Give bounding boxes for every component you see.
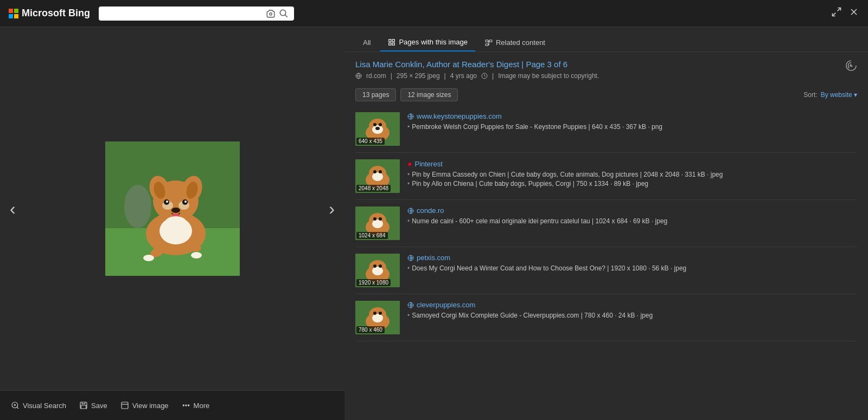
visual-search-icon-btn[interactable] bbox=[266, 9, 276, 18]
related-icon bbox=[485, 39, 493, 47]
table-row: 2048 x 2048 ● Pinterest • Pin by Emma Ca… bbox=[355, 153, 857, 200]
svg-point-33 bbox=[183, 405, 184, 406]
svg-point-35 bbox=[188, 405, 189, 406]
tab-pages[interactable]: Pages with this image bbox=[380, 34, 475, 51]
thumb-size-1: 640 x 435 bbox=[356, 138, 385, 145]
result-info-4: petxis.com • Does My Corgi Need a Winter… bbox=[407, 254, 857, 274]
svg-point-27 bbox=[143, 255, 154, 261]
bottom-bar: Visual Search Save View image bbox=[0, 390, 344, 420]
pages-filter-btn[interactable]: 13 pages bbox=[355, 88, 396, 101]
result-thumb-2: 2048 x 2048 bbox=[355, 159, 400, 193]
thumb-size-5: 780 x 460 bbox=[356, 326, 385, 333]
results-list: 640 x 435 www.keystonepuppies.com • Pemb… bbox=[344, 106, 868, 341]
svg-rect-38 bbox=[389, 43, 391, 45]
tabs-bar: All Pages with this image Relate bbox=[344, 27, 868, 52]
view-image-label: View image bbox=[132, 402, 169, 410]
svg-point-55 bbox=[375, 127, 380, 130]
bing-logo: Microsoft Bing bbox=[9, 8, 90, 19]
close-icon[interactable] bbox=[848, 7, 859, 20]
prev-arrow[interactable]: ‹ bbox=[5, 195, 20, 223]
result-domain-2[interactable]: ● Pinterest bbox=[407, 159, 857, 168]
visual-search-label: Visual Search bbox=[23, 402, 66, 410]
filter-row: 13 pages 12 image sizes Sort: By website… bbox=[344, 84, 868, 106]
svg-rect-42 bbox=[486, 43, 488, 46]
sort-label: Sort: bbox=[803, 91, 817, 99]
result-link-2a: • Pin by Emma Cassedy on Chien | Cute ba… bbox=[407, 171, 857, 178]
result-domain-3[interactable]: conde.ro bbox=[407, 206, 857, 215]
right-panel: All Pages with this image Relate bbox=[344, 27, 868, 420]
globe-meta-icon bbox=[355, 73, 362, 79]
svg-point-9 bbox=[124, 185, 151, 228]
result-info-1: www.keystonepuppies.com • Pembroke Welsh… bbox=[407, 112, 857, 132]
save-btn[interactable]: Save bbox=[79, 401, 107, 410]
sort-dropdown[interactable]: By website ▾ bbox=[821, 91, 857, 99]
svg-point-21 bbox=[166, 201, 168, 203]
tab-all[interactable]: All bbox=[355, 34, 378, 51]
svg-rect-37 bbox=[393, 39, 395, 41]
svg-point-62 bbox=[373, 170, 376, 173]
svg-point-34 bbox=[186, 405, 187, 406]
tab-related[interactable]: Related content bbox=[477, 34, 553, 51]
svg-rect-39 bbox=[393, 43, 395, 45]
svg-point-68 bbox=[373, 217, 376, 221]
table-row: 640 x 435 www.keystonepuppies.com • Pemb… bbox=[355, 106, 857, 153]
svg-point-63 bbox=[379, 170, 382, 173]
globe-icon-4 bbox=[407, 255, 414, 261]
result-domain-1[interactable]: www.keystonepuppies.com bbox=[407, 112, 857, 120]
result-meta: rd.com | 295 × 295 jpeg | 4 yrs ago | Im… bbox=[355, 72, 599, 80]
view-image-btn[interactable]: View image bbox=[120, 401, 169, 410]
svg-point-22 bbox=[184, 201, 187, 203]
next-arrow[interactable]: › bbox=[324, 195, 339, 223]
svg-rect-41 bbox=[489, 40, 492, 42]
result-age: 4 yrs ago bbox=[450, 72, 477, 80]
svg-point-29 bbox=[165, 216, 187, 229]
sort-row: Sort: By website ▾ bbox=[803, 91, 857, 99]
main-image bbox=[105, 141, 240, 276]
left-panel: ‹ bbox=[0, 27, 344, 420]
svg-point-23 bbox=[171, 208, 180, 213]
table-row: 780 x 460 cleverpuppies.com • Samoyed Co… bbox=[355, 294, 857, 341]
result-link-5: • Samoyed Corgi Mix Complete Guide - Cle… bbox=[407, 312, 857, 319]
copyright-notice: Image may be subject to copyright. bbox=[498, 72, 599, 80]
result-link-4: • Does My Corgi Need a Winter Coat and H… bbox=[407, 264, 857, 272]
search-input[interactable] bbox=[104, 9, 263, 18]
svg-point-54 bbox=[379, 123, 382, 126]
svg-point-75 bbox=[372, 267, 383, 275]
svg-point-67 bbox=[372, 219, 383, 228]
result-info-5: cleverpuppies.com • Samoyed Corgi Mix Co… bbox=[407, 301, 857, 321]
expand-icon[interactable] bbox=[831, 7, 842, 20]
sizes-filter-btn[interactable]: 12 image sizes bbox=[400, 88, 458, 101]
svg-point-85 bbox=[379, 312, 382, 315]
thumb-size-3: 1024 x 684 bbox=[356, 232, 388, 239]
result-info-2: ● Pinterest • Pin by Emma Cassedy on Chi… bbox=[407, 159, 857, 189]
svg-rect-32 bbox=[122, 402, 128, 409]
save-label: Save bbox=[91, 402, 107, 410]
clock-icon bbox=[481, 73, 488, 79]
visual-search-btn[interactable]: Visual Search bbox=[11, 401, 66, 410]
grid-icon bbox=[388, 38, 395, 46]
search-submit-btn[interactable] bbox=[279, 9, 289, 18]
result-thumb: 640 x 435 bbox=[355, 112, 400, 146]
result-domain: rd.com bbox=[366, 72, 386, 80]
more-btn[interactable]: More bbox=[182, 401, 210, 410]
result-domain-5[interactable]: cleverpuppies.com bbox=[407, 301, 857, 309]
fingerprint-icon[interactable] bbox=[845, 60, 857, 73]
logo-sq3 bbox=[9, 14, 13, 18]
result-domain-4[interactable]: petxis.com bbox=[407, 254, 857, 262]
header-actions bbox=[831, 7, 859, 20]
header: Microsoft Bing bbox=[0, 0, 868, 27]
image-container: ‹ bbox=[0, 27, 344, 390]
table-row: 1024 x 684 conde.ro • Nume de caini - 60… bbox=[355, 200, 857, 247]
result-title[interactable]: Lisa Marie Conklin, Author at Reader's D… bbox=[355, 60, 567, 69]
thumb-size-4: 1920 x 1080 bbox=[356, 279, 391, 286]
search-bar bbox=[99, 7, 294, 21]
svg-point-76 bbox=[373, 264, 376, 268]
more-label: More bbox=[194, 402, 210, 410]
main-content: ‹ bbox=[0, 27, 868, 420]
svg-point-1 bbox=[280, 10, 286, 16]
bing-logo-squares bbox=[9, 9, 18, 18]
result-dimensions: 295 × 295 jpeg bbox=[397, 72, 440, 80]
result-thumb-4: 1920 x 1080 bbox=[355, 254, 400, 287]
svg-point-28 bbox=[191, 252, 202, 259]
svg-rect-40 bbox=[486, 40, 488, 42]
